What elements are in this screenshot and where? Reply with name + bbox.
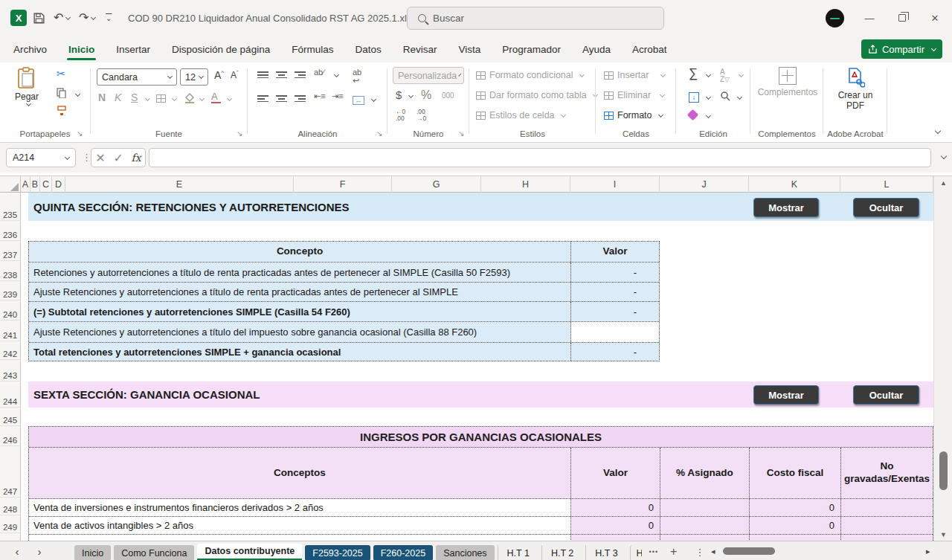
bold-button[interactable]: N bbox=[98, 92, 106, 103]
clear-button[interactable] bbox=[689, 110, 697, 120]
ocultar-button-sexta[interactable]: Ocultar bbox=[853, 385, 919, 405]
insert-function-icon[interactable]: fx bbox=[132, 152, 141, 164]
row-header-partial[interactable] bbox=[0, 533, 21, 541]
menu-tab-formulas[interactable]: Fórmulas bbox=[290, 39, 335, 59]
autosum-button[interactable]: ∑ bbox=[689, 67, 698, 80]
copy-chevron[interactable] bbox=[75, 91, 80, 97]
column-header-B[interactable]: B bbox=[30, 176, 40, 193]
retenciones-cell-concepto[interactable]: Ajuste Retenciones y autorretenciones a … bbox=[29, 283, 571, 301]
sheet-tab-h-t-2[interactable]: H.T 2 bbox=[541, 545, 582, 560]
insert-cells-button[interactable]: Insertar bbox=[604, 70, 665, 80]
retenciones-header-valor[interactable]: Valor bbox=[571, 242, 659, 262]
sheet-tab-h-t-3[interactable]: H.T 3 bbox=[585, 545, 626, 560]
previous-sheet-arrow[interactable]: ‹ bbox=[6, 541, 28, 560]
retenciones-cell-concepto[interactable]: (=) Subtotal retenciones y autorretencio… bbox=[29, 302, 571, 321]
retenciones-header-concepto[interactable]: Concepto bbox=[29, 242, 571, 262]
ganancias-cell-valor[interactable]: 0 bbox=[571, 517, 660, 534]
add-sheet-button[interactable]: + bbox=[666, 543, 681, 560]
column-header-H[interactable]: H bbox=[481, 176, 570, 193]
menu-tab-datos[interactable]: Datos bbox=[353, 39, 382, 59]
user-avatar[interactable] bbox=[826, 9, 844, 28]
sheet-tab-como-funciona[interactable]: Como Funciona bbox=[114, 545, 194, 560]
sheet-tab-datos-contribuyente[interactable]: Datos contribuyente bbox=[197, 544, 302, 560]
sort-filter-chevron[interactable] bbox=[739, 72, 744, 77]
row-header-247[interactable]: 247 bbox=[0, 446, 21, 498]
merge-center-button[interactable]: ↔ bbox=[353, 94, 364, 105]
row-header-236[interactable]: 236 bbox=[0, 221, 21, 241]
delete-cells-button[interactable]: Eliminar bbox=[604, 90, 664, 100]
minimize-button[interactable]: — bbox=[854, 0, 885, 36]
merge-chevron[interactable] bbox=[371, 97, 376, 102]
expand-formula-bar-chevron[interactable] bbox=[941, 153, 947, 159]
font-size-select[interactable]: 12 bbox=[180, 68, 208, 86]
borders-icon[interactable] bbox=[156, 94, 166, 104]
align-right-button[interactable] bbox=[295, 94, 306, 106]
clear-chevron[interactable] bbox=[706, 113, 711, 118]
enter-icon[interactable]: ✓ bbox=[113, 151, 123, 165]
comma-format-button[interactable]: 000 bbox=[442, 92, 454, 100]
retenciones-cell-valor[interactable]: - bbox=[571, 302, 659, 321]
redo-button[interactable]: ↷ bbox=[79, 9, 95, 27]
column-header-J[interactable]: J bbox=[660, 176, 749, 193]
customize-quick-access-button[interactable]: ⌄ bbox=[106, 9, 112, 27]
fill-button[interactable]: ↓ bbox=[689, 91, 699, 103]
sheet-tab-h[interactable]: H bbox=[630, 545, 642, 560]
column-header-G[interactable]: G bbox=[392, 176, 481, 193]
ganancias-cell-exentas[interactable] bbox=[841, 535, 933, 541]
ganancias-cell-concepto[interactable] bbox=[29, 535, 571, 541]
ganancias-cell-costo[interactable]: 0 bbox=[750, 499, 841, 516]
currency-format-button[interactable]: $ bbox=[396, 89, 402, 100]
column-header-L[interactable]: L bbox=[840, 176, 933, 193]
scroll-down-icon[interactable]: ▼ bbox=[934, 531, 952, 538]
close-button[interactable]: ✕ bbox=[919, 0, 951, 36]
column-header-D[interactable]: D bbox=[52, 176, 65, 193]
row-header-249[interactable]: 249 bbox=[0, 515, 21, 533]
retenciones-cell-valor[interactable]: - bbox=[571, 263, 659, 282]
increase-decimal-button[interactable]: ←0.00 bbox=[396, 109, 405, 123]
sheet-tab-sanciones[interactable]: Sanciones bbox=[436, 545, 494, 560]
column-header-K[interactable]: K bbox=[749, 176, 840, 193]
currency-chevron[interactable] bbox=[408, 93, 414, 98]
fill-chevron[interactable] bbox=[706, 94, 711, 100]
retenciones-cell-valor[interactable]: - bbox=[571, 283, 659, 301]
menu-tab-insertar[interactable]: Insertar bbox=[115, 39, 152, 59]
vertical-scrollbar[interactable]: ▲ ▼ bbox=[933, 176, 952, 541]
name-box[interactable]: A214 bbox=[6, 148, 76, 167]
ganancias-header-valor[interactable]: Valor bbox=[571, 448, 660, 498]
menu-tab-disposicion-de-pagina[interactable]: Disposición de página bbox=[170, 39, 271, 59]
wrap-text-button[interactable]: ab↩ bbox=[353, 68, 361, 85]
orientation-button[interactable]: ab∕ bbox=[314, 68, 324, 77]
increase-font-size-button[interactable]: A^ bbox=[214, 70, 224, 80]
orientation-chevron[interactable] bbox=[334, 72, 339, 77]
sheet-tab-h-t-1[interactable]: H.T 1 bbox=[498, 545, 538, 560]
fill-color-chevron[interactable] bbox=[199, 96, 205, 101]
retenciones-cell-valor[interactable]: - bbox=[571, 343, 659, 361]
undo-button[interactable]: ↶ bbox=[54, 9, 70, 27]
ganancias-cell-exentas[interactable] bbox=[841, 499, 933, 516]
ganancias-cell-concepto[interactable]: Venta de activos intangibles > 2 años bbox=[29, 517, 571, 534]
retenciones-cell-valor[interactable] bbox=[571, 322, 659, 342]
ganancias-header-asignado[interactable]: % Asignado bbox=[660, 448, 750, 498]
hscroll-right-icon[interactable]: ▸ bbox=[926, 547, 930, 556]
menu-tab-vista[interactable]: Vista bbox=[457, 39, 482, 59]
horizontal-scrollbar-thumb[interactable] bbox=[723, 547, 775, 555]
collapse-ribbon-chevron[interactable] bbox=[935, 128, 941, 134]
increase-indent-button[interactable]: ⇥≡ bbox=[332, 92, 344, 100]
row-header-242[interactable]: 242 bbox=[0, 341, 21, 360]
mostrar-button-sexta[interactable]: Mostrar bbox=[753, 385, 819, 405]
column-header-A[interactable]: A bbox=[21, 176, 30, 193]
align-center-button[interactable] bbox=[276, 94, 287, 106]
sheet-more-menu[interactable]: ⋮ bbox=[684, 543, 709, 560]
menu-tab-archivo[interactable]: Archivo bbox=[12, 39, 48, 59]
cancel-icon[interactable]: ✕ bbox=[95, 151, 105, 165]
row-header-246[interactable]: 246 bbox=[0, 426, 21, 446]
percent-format-button[interactable]: % bbox=[421, 89, 431, 101]
ganancias-cell-concepto[interactable]: Venta de inversiones e instrumentos fina… bbox=[29, 499, 571, 516]
ganancias-cell-exentas[interactable] bbox=[841, 517, 933, 534]
row-header-248[interactable]: 248 bbox=[0, 498, 21, 515]
autosum-chevron[interactable] bbox=[706, 72, 711, 77]
underline-chevron[interactable] bbox=[145, 96, 150, 101]
row-header-240[interactable]: 240 bbox=[0, 300, 21, 321]
sheet-overflow-dots[interactable]: ••• bbox=[645, 543, 663, 560]
find-chevron[interactable] bbox=[737, 94, 742, 100]
